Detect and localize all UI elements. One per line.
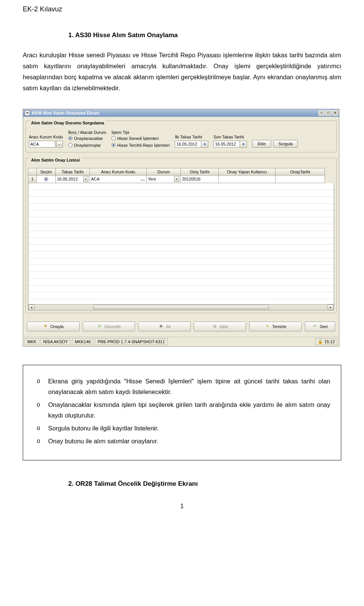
- back-arrow-icon: ↶: [312, 324, 318, 329]
- x-icon: ✖: [158, 324, 163, 329]
- cell-user: [219, 176, 276, 183]
- note-1: Ekrana giriş yapıldığında "Hisse Senedi …: [37, 376, 330, 397]
- bottom-toolbar: ⚑ Onayla ⟳ Güncelle ✖ Sil ⊘ İptal ✎ Te: [25, 319, 337, 334]
- radio-hisse-tercihli[interactable]: Hisse Tercihli Repo İşlemleri: [111, 143, 169, 148]
- radio-label: Onaylanacaklar: [74, 136, 103, 141]
- temizle-button[interactable]: ✎ Temizle: [249, 322, 302, 331]
- doc-header: EK-2 Kılavuz: [23, 5, 341, 13]
- radio-label: Hisse Tercihli Repo İşlemleri: [117, 143, 169, 148]
- status-time: 🔒 15:12: [315, 338, 337, 345]
- label-son-takas: Son Takas Tarihi: [213, 135, 247, 139]
- cell-secim[interactable]: [37, 176, 56, 183]
- section-1-title: 1. AS30 Hisse Alım Satım Onaylama: [68, 31, 341, 39]
- app-window: M AS30 Alım Satım Onaylama Ekranı – □ × …: [23, 109, 339, 347]
- sorgula-button[interactable]: Sorgula: [273, 140, 298, 148]
- radio-label: Hisse Senedi İşlemleri: [117, 136, 158, 141]
- guncelle-button[interactable]: ⟳ Güncelle: [83, 322, 135, 331]
- sil-button[interactable]: ✖ Sil: [138, 322, 191, 331]
- page-number: 1: [23, 503, 341, 510]
- cell-kod[interactable]: ACA …: [90, 176, 147, 183]
- note-4: Onay butonu ile alım satımlar onaylanır.: [37, 436, 330, 446]
- radio-icon: [68, 143, 72, 147]
- radio-label: Onaylanmışlar: [74, 143, 101, 148]
- flag-icon: ⚑: [43, 324, 48, 329]
- araci-kurum-input[interactable]: [29, 141, 55, 148]
- ekle-button[interactable]: Ekle: [252, 140, 271, 148]
- radio-hisse-senedi[interactable]: Hisse Senedi İşlemleri: [111, 136, 169, 141]
- section-2-title: 2. OR28 Talimat Öncelik Değiştirme Ekran…: [68, 480, 341, 488]
- iptal-button[interactable]: ⊘ İptal: [194, 322, 246, 331]
- col-araci-kurum[interactable]: Aracı Kurum Kodu: [90, 168, 147, 176]
- col-giris-tarihi[interactable]: Giriş Tarihi: [181, 168, 219, 176]
- label-borc-alacak: Borç / Alacak Durum: [68, 130, 106, 135]
- row-radio-icon: [44, 177, 48, 181]
- btn-label: Temizle: [272, 324, 286, 329]
- notes-box: Ekrana giriş yapıldığında "Hisse Senedi …: [23, 365, 341, 460]
- intro-paragraph: Aracı kuruluşlar Hisse senedi Piyasası v…: [23, 50, 341, 94]
- list-groupbox: Alım Satılm Onay Listesi Seçim Takas Tar…: [25, 158, 337, 313]
- cell-takas-text: 16.05.2012: [57, 177, 78, 181]
- cell-onay: [276, 176, 325, 183]
- son-takas-calendar-button[interactable]: [240, 141, 247, 148]
- lock-icon: 🔒: [318, 339, 323, 344]
- ilk-takas-input[interactable]: [175, 141, 201, 148]
- col-onay-tarihi[interactable]: OnayTarihi: [276, 168, 325, 176]
- son-takas-input[interactable]: [213, 141, 240, 148]
- scroll-thumb[interactable]: [93, 305, 269, 309]
- lookup-dots-icon[interactable]: …: [141, 177, 145, 181]
- btn-label: Onayla: [50, 324, 64, 329]
- cell-takas[interactable]: 16.05.2012 ▾: [56, 176, 90, 183]
- window-title: AS30 Alım Satım Onaylama Ekranı: [31, 111, 318, 115]
- ilk-takas-calendar-button[interactable]: [201, 141, 208, 148]
- btn-label: İptal: [220, 324, 228, 329]
- cell-giris[interactable]: 20120516: [181, 176, 219, 183]
- scroll-right-icon[interactable]: ▸: [328, 305, 334, 310]
- titlebar: M AS30 Alım Satım Onaylama Ekranı – □ ×: [23, 109, 339, 117]
- query-groupbox: Alım Satım Onay Durumu Sorgulama Aracı K…: [25, 121, 337, 152]
- note-3: Sorgula butonu ile ilgili kayıtlar liste…: [37, 423, 330, 433]
- btn-label: Sil: [166, 324, 170, 329]
- label-araci-kurum: Aracı Kurum Kodu: [29, 135, 63, 139]
- radio-icon: [111, 136, 116, 140]
- app-icon: M: [25, 110, 30, 116]
- chevron-down-icon[interactable]: ▾: [83, 176, 88, 182]
- grid-body: [28, 183, 334, 305]
- scroll-left-icon[interactable]: ◂: [28, 305, 35, 310]
- cell-rownum: 1: [28, 176, 37, 183]
- broom-icon: ✎: [265, 324, 270, 329]
- radio-icon: [111, 143, 116, 147]
- table-row[interactable]: 1 16.05.2012 ▾ ACA … Yeni ▾: [28, 176, 334, 183]
- query-group-title: Alım Satım Onay Durumu Sorgulama: [30, 121, 106, 125]
- btn-label: Geri: [320, 324, 328, 329]
- radio-icon: [68, 136, 72, 140]
- label-islem-tipi: İşlem Tipi: [111, 130, 169, 135]
- radio-onaylanacaklar[interactable]: Onaylanacaklar: [68, 136, 106, 141]
- status-cell-4: PRE-PROD 1.7.4-SNAPSHOT-6311: [95, 338, 167, 345]
- minimize-button[interactable]: –: [318, 110, 325, 116]
- calendar-icon: [203, 142, 207, 146]
- cell-durum[interactable]: Yeni ▾: [147, 176, 181, 183]
- col-onay-user[interactable]: Onay Yapan Kullanıcı: [219, 168, 276, 176]
- chevron-down-icon[interactable]: ▾: [174, 176, 179, 182]
- note-2: Onaylanacaklar kısmında işlem tipi seçil…: [37, 399, 330, 421]
- col-secim[interactable]: Seçim: [37, 168, 56, 176]
- list-group-title: Alım Satılm Onay Listesi: [30, 158, 81, 162]
- cell-durum-text: Yeni: [148, 177, 156, 181]
- geri-button[interactable]: ↶ Geri: [305, 322, 335, 331]
- cell-giris-text: 20120516: [182, 177, 201, 181]
- maximize-button[interactable]: □: [325, 110, 331, 116]
- grid-header-row: Seçim Takas Tarihi Aracı Kurum Kodu Duru…: [28, 168, 334, 176]
- status-cell-2: NİSA AKSOY: [41, 338, 71, 345]
- scroll-track[interactable]: [35, 305, 328, 310]
- col-rownum: [28, 168, 37, 176]
- radio-onaylanmislar[interactable]: Onaylanmışlar: [68, 143, 106, 148]
- onayla-button[interactable]: ⚑ Onayla: [27, 322, 80, 331]
- refresh-icon: ⟳: [97, 324, 102, 329]
- col-durum[interactable]: Durum: [147, 168, 181, 176]
- status-cell-3: MKK146: [72, 338, 93, 345]
- close-button[interactable]: ×: [332, 110, 338, 116]
- horizontal-scrollbar[interactable]: ◂ ▸: [28, 305, 334, 311]
- araci-kurum-lookup-button[interactable]: …: [56, 141, 63, 148]
- calendar-icon: [242, 142, 245, 146]
- col-takas-tarihi[interactable]: Takas Tarihi: [56, 168, 90, 176]
